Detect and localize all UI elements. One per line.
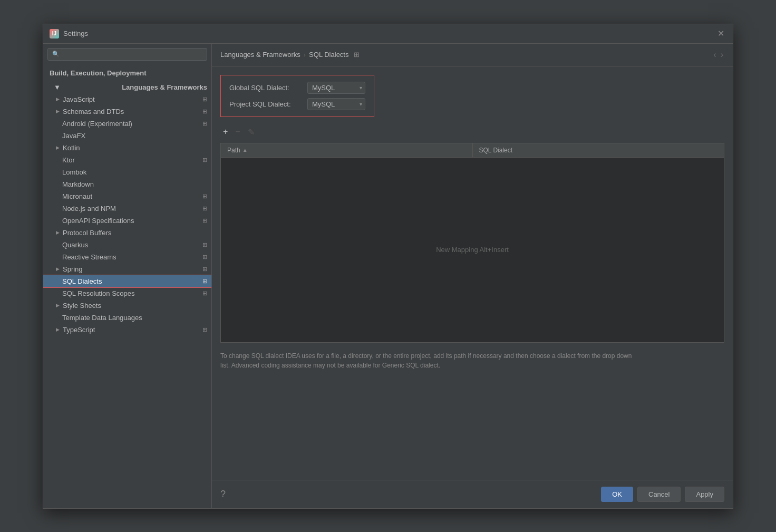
sidebar-item-label: Template Data Languages (62, 314, 142, 322)
close-button[interactable]: ✕ (715, 28, 726, 39)
settings-icon: ⊞ (202, 205, 207, 212)
search-box[interactable]: 🔍 (47, 48, 207, 61)
sidebar-item-schemas[interactable]: ▶ Schemas and DTDs ⊞ (43, 105, 211, 118)
sidebar-item-protocol-buffers[interactable]: ▶ Protocol Buffers (43, 227, 211, 239)
chevron-icon: ▶ (56, 145, 60, 150)
path-header: Path ▲ (221, 143, 473, 157)
sidebar-item-kotlin[interactable]: ▶ Kotlin (43, 142, 211, 154)
ok-button[interactable]: OK (601, 487, 633, 502)
settings-icon: ⊞ (202, 326, 207, 333)
mapping-table: Path ▲ SQL Dialect New Mapping Alt+Inser… (220, 143, 724, 343)
add-button[interactable]: + (220, 125, 230, 138)
sidebar-item-micronaut[interactable]: Micronaut ⊞ (43, 190, 211, 202)
chevron-icon: ▶ (56, 327, 60, 332)
info-text: To change SQL dialect IDEA uses for a fi… (220, 351, 642, 370)
sidebar-item-label: Node.js and NPM (62, 205, 116, 212)
project-dialect-select[interactable]: MySQL Generic SQL PostgreSQL SQLite Orac… (307, 98, 365, 110)
cancel-button[interactable]: Cancel (637, 487, 681, 502)
sidebar-item-label: OpenAPI Specifications (62, 217, 134, 225)
sidebar-item-android[interactable]: Android (Experimental) ⊞ (43, 118, 211, 130)
sidebar-item-typescript[interactable]: ▶ TypeScript ⊞ (43, 324, 211, 336)
breadcrumb-parent: Languages & Frameworks (220, 51, 300, 59)
global-dialect-row: Global SQL Dialect: MySQL Generic SQL Po… (229, 82, 365, 94)
settings-icon: ⊞ (202, 290, 207, 297)
settings-icon: ⊞ (202, 254, 207, 260)
sidebar-item-label: JavaScript (63, 95, 95, 103)
sidebar-item-label: TypeScript (63, 326, 95, 334)
table-body: New Mapping Alt+Insert (221, 158, 724, 342)
chevron-icon: ▶ (56, 109, 60, 114)
nav-back-button[interactable]: ‹ (712, 49, 717, 61)
sidebar: 🔍 Build, Execution, Deployment ▼ Languag… (43, 44, 212, 508)
settings-area: Global SQL Dialect: MySQL Generic SQL Po… (212, 66, 733, 480)
sidebar-item-label: Quarkus (62, 241, 88, 249)
toolbar: + − ✎ (220, 125, 724, 139)
sidebar-item-openapi[interactable]: OpenAPI Specifications ⊞ (43, 215, 211, 227)
sidebar-item-label: Kotlin (63, 144, 80, 152)
settings-dialog: IJ Settings ✕ 🔍 Build, Execution, Deploy… (43, 24, 733, 509)
title-bar: IJ Settings ✕ (43, 24, 733, 44)
sidebar-item-label: Lombok (62, 168, 86, 176)
main-content: Languages & Frameworks › SQL Dialects ⊞ … (212, 44, 733, 508)
chevron-icon: ▶ (56, 96, 60, 102)
settings-icon: ⊞ (202, 120, 207, 127)
chevron-icon: ▶ (56, 303, 60, 308)
sidebar-item-template-data[interactable]: Template Data Languages (43, 312, 211, 324)
settings-icon: ⊞ (202, 157, 207, 163)
sidebar-item-label: Reactive Streams (62, 253, 117, 261)
sidebar-item-label: Ktor (62, 156, 75, 164)
project-dialect-row: Project SQL Dialect: MySQL Generic SQL P… (229, 98, 365, 110)
chevron-icon: ▶ (56, 230, 60, 235)
footer-buttons: OK Cancel Apply (601, 487, 724, 502)
section-build[interactable]: Build, Execution, Deployment (43, 65, 211, 79)
settings-icon: ⊞ (202, 193, 207, 200)
sidebar-item-label: SQL Resolution Scopes (62, 289, 135, 297)
sidebar-item-lombok[interactable]: Lombok (43, 166, 211, 178)
settings-icon: ⊞ (202, 278, 207, 285)
breadcrumb-icon: ⊞ (354, 51, 360, 59)
settings-icon: ⊞ (202, 241, 207, 248)
sidebar-item-label: Spring (63, 265, 83, 273)
sort-icon: ▲ (242, 147, 248, 153)
window-title: Settings (63, 30, 88, 37)
sidebar-item-style-sheets[interactable]: ▶ Style Sheets (43, 299, 211, 312)
breadcrumb-bar: Languages & Frameworks › SQL Dialects ⊞ … (212, 44, 733, 66)
settings-icon: ⊞ (202, 266, 207, 273)
global-dialect-select-wrapper: MySQL Generic SQL PostgreSQL SQLite Orac… (307, 82, 365, 94)
sidebar-item-label: Style Sheets (63, 302, 101, 309)
settings-icon: ⊞ (202, 108, 207, 115)
sidebar-item-label: Protocol Buffers (63, 229, 111, 237)
sidebar-item-markdown[interactable]: Markdown (43, 178, 211, 190)
sidebar-item-label: Android (Experimental) (62, 120, 132, 128)
dialect-settings-box: Global SQL Dialect: MySQL Generic SQL Po… (220, 75, 374, 117)
sidebar-item-javascript[interactable]: ▶ JavaScript ⊞ (43, 93, 211, 105)
sidebar-item-sql-dialects[interactable]: SQL Dialects ⊞ (43, 275, 211, 287)
sidebar-item-quarkus[interactable]: Quarkus ⊞ (43, 239, 211, 251)
project-dialect-select-wrapper: MySQL Generic SQL PostgreSQL SQLite Orac… (307, 98, 365, 110)
settings-icon: ⊞ (202, 96, 207, 103)
section-languages[interactable]: ▼ Languages & Frameworks (43, 79, 211, 93)
help-icon[interactable]: ? (220, 489, 226, 500)
settings-icon: ⊞ (202, 217, 207, 224)
sidebar-item-reactive-streams[interactable]: Reactive Streams ⊞ (43, 251, 211, 263)
chevron-icon: ▶ (56, 266, 60, 272)
sidebar-item-label: Micronaut (62, 192, 92, 200)
sidebar-item-sql-resolution[interactable]: SQL Resolution Scopes ⊞ (43, 287, 211, 299)
search-input[interactable] (63, 51, 202, 58)
nav-arrows: ‹ › (712, 49, 724, 61)
title-bar-left: IJ Settings (50, 29, 88, 38)
sidebar-scroll: Build, Execution, Deployment ▼ Languages… (43, 65, 211, 508)
sidebar-item-spring[interactable]: ▶ Spring ⊞ (43, 263, 211, 275)
dialect-header: SQL Dialect (473, 143, 724, 157)
sidebar-item-label: JavaFX (62, 132, 85, 140)
apply-button[interactable]: Apply (685, 487, 724, 502)
project-dialect-label: Project SQL Dialect: (229, 100, 303, 108)
remove-button[interactable]: − (232, 125, 242, 138)
sidebar-item-ktor[interactable]: Ktor ⊞ (43, 154, 211, 166)
sidebar-item-javafx[interactable]: JavaFX (43, 130, 211, 142)
sidebar-item-nodejs[interactable]: Node.js and NPM ⊞ (43, 202, 211, 215)
global-dialect-select[interactable]: MySQL Generic SQL PostgreSQL SQLite Orac… (307, 82, 365, 94)
sidebar-item-label: Schemas and DTDs (63, 108, 124, 115)
nav-forward-button[interactable]: › (720, 49, 724, 61)
edit-button[interactable]: ✎ (245, 125, 257, 139)
